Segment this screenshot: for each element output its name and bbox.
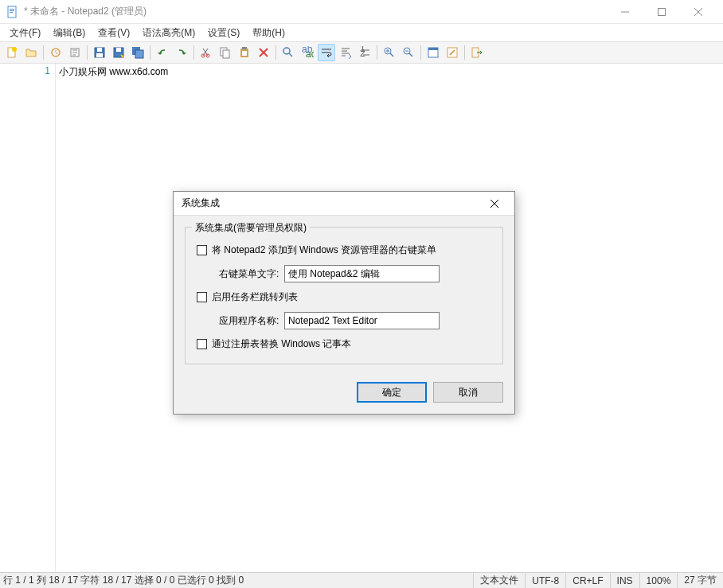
replace-icon[interactable]: abac (299, 44, 316, 61)
menu-text-label: 右键菜单文字: (197, 267, 284, 281)
goto-icon[interactable] (337, 44, 354, 61)
separator (193, 45, 194, 60)
svg-rect-22 (223, 50, 229, 58)
toolbar: abac 12 (0, 41, 723, 64)
menu-file[interactable]: 文件(F) (3, 25, 47, 41)
jumplist-label: 启用任务栏跳转列表 (212, 290, 298, 304)
open-icon[interactable] (22, 44, 40, 61)
cut-icon[interactable] (197, 44, 215, 61)
menu-text-input[interactable] (284, 265, 440, 282)
line-gutter: 1 (0, 64, 56, 572)
svg-rect-3 (10, 12, 13, 13)
svg-line-37 (390, 53, 393, 56)
separator (420, 45, 421, 60)
separator (377, 45, 377, 60)
replace-notepad-checkbox[interactable] (197, 339, 207, 349)
svg-line-27 (289, 53, 292, 56)
app-icon (6, 6, 19, 18)
menu-syntax[interactable]: 语法高亮(M) (136, 25, 201, 41)
separator (276, 45, 276, 60)
window-title: * 未命名 - Notepad2 (管理员) (24, 5, 607, 18)
scheme-icon[interactable] (424, 44, 442, 61)
svg-rect-5 (659, 8, 666, 15)
svg-text:ac: ac (306, 49, 314, 59)
saveas-icon[interactable] (110, 44, 127, 61)
status-eol[interactable]: CR+LF (565, 573, 609, 588)
svg-point-9 (12, 47, 17, 52)
delete-icon[interactable] (255, 44, 272, 61)
status-mode[interactable]: INS (610, 573, 639, 588)
minimize-button[interactable] (607, 0, 643, 24)
separator (150, 45, 150, 60)
customize-icon[interactable] (444, 44, 461, 61)
close-icon (490, 200, 498, 208)
context-menu-checkbox[interactable] (197, 245, 207, 255)
dialog-title: 系统集成 (182, 197, 483, 210)
linenum-icon[interactable]: 12 (356, 44, 373, 61)
integration-groupbox: 系统集成(需要管理员权限) 将 Notepad2 添加到 Windows 资源管… (185, 227, 503, 364)
status-bytes: 27 字节 (677, 573, 723, 588)
history-icon[interactable] (47, 44, 64, 61)
zoomin-icon[interactable] (381, 44, 398, 61)
jumplist-checkbox[interactable] (197, 292, 207, 302)
menu-edit[interactable]: 编辑(B) (47, 25, 92, 41)
menubar: 文件(F) 编辑(B) 查看(V) 语法高亮(M) 设置(S) 帮助(H) (0, 24, 723, 41)
svg-text:2: 2 (360, 48, 365, 59)
exit-icon[interactable] (468, 44, 486, 61)
find-icon[interactable] (279, 44, 297, 61)
savecopy-icon[interactable] (129, 44, 147, 61)
ok-button[interactable]: 确定 (357, 382, 427, 403)
status-zoom[interactable]: 100% (639, 573, 678, 588)
line-number: 1 (0, 65, 50, 76)
groupbox-title: 系统集成(需要管理员权限) (192, 221, 310, 235)
svg-rect-2 (10, 10, 14, 11)
menu-help[interactable]: 帮助(H) (246, 25, 291, 41)
svg-line-40 (409, 53, 412, 56)
new-icon[interactable] (3, 44, 21, 61)
separator (87, 45, 88, 60)
svg-rect-14 (96, 53, 103, 57)
svg-rect-18 (135, 50, 143, 58)
dialog-close-button[interactable] (483, 192, 506, 216)
replace-notepad-label: 通过注册表替换 Windows 记事本 (212, 337, 351, 351)
svg-rect-42 (428, 48, 438, 50)
maximize-button[interactable] (643, 0, 680, 24)
svg-rect-24 (242, 47, 247, 49)
svg-rect-16 (116, 48, 121, 52)
recent-icon[interactable] (66, 44, 84, 61)
svg-rect-13 (97, 48, 102, 52)
redo-icon[interactable] (173, 44, 190, 61)
titlebar: * 未命名 - Notepad2 (管理员) (0, 0, 723, 24)
undo-icon[interactable] (154, 44, 171, 61)
separator (464, 45, 465, 60)
status-filetype[interactable]: 文本文件 (473, 573, 525, 588)
editor-text: 小刀娱乐网 www.x6d.com (59, 66, 168, 77)
system-integration-dialog: 系统集成 系统集成(需要管理员权限) 将 Notepad2 添加到 Window… (173, 191, 515, 415)
svg-rect-1 (10, 9, 14, 10)
zoomout-icon[interactable] (400, 44, 417, 61)
separator (43, 45, 44, 60)
save-icon[interactable] (91, 44, 108, 61)
wordwrap-icon[interactable] (318, 44, 335, 61)
close-button[interactable] (680, 0, 717, 24)
svg-rect-25 (242, 51, 247, 56)
menu-view[interactable]: 查看(V) (92, 25, 136, 41)
paste-icon[interactable] (236, 44, 253, 61)
status-encoding[interactable]: UTF-8 (525, 573, 565, 588)
menu-settings[interactable]: 设置(S) (201, 25, 246, 41)
status-position: 行 1 / 1 列 18 / 17 字符 18 / 17 选择 0 / 0 已选… (0, 574, 473, 587)
cancel-button[interactable]: 取消 (433, 382, 503, 403)
appname-input[interactable] (284, 312, 440, 329)
context-menu-label: 将 Notepad2 添加到 Windows 资源管理器的右键菜单 (212, 243, 436, 257)
copy-icon[interactable] (217, 44, 234, 61)
svg-point-26 (283, 48, 290, 54)
appname-label: 应用程序名称: (197, 314, 284, 328)
statusbar: 行 1 / 1 列 18 / 17 字符 18 / 17 选择 0 / 0 已选… (0, 572, 723, 588)
dialog-titlebar: 系统集成 (174, 192, 514, 216)
